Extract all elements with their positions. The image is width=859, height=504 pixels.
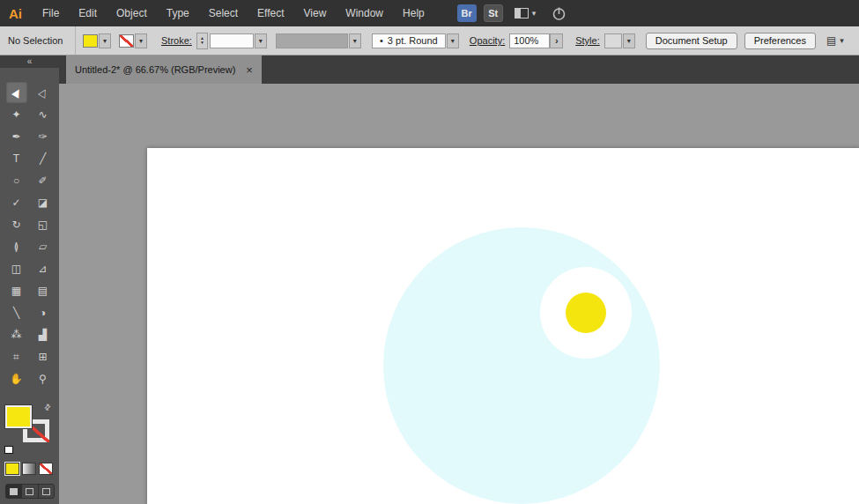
brush-dropdown-button[interactable]: ▾ [447, 33, 459, 48]
stock-icon[interactable]: St [484, 4, 503, 22]
chevron-down-icon: ▾ [139, 37, 143, 45]
document-tab-title: Untitled-2* @ 66.67% (RGB/Preview) [75, 64, 235, 75]
width-profile-control: ▾ [276, 33, 361, 48]
shape-builder-tool[interactable]: ◫ [6, 258, 27, 279]
chevron-right-icon: › [555, 35, 559, 46]
opacity-panel-link[interactable]: Opacity: [470, 35, 505, 46]
chevron-down-icon: ▾ [532, 10, 537, 18]
fill-color-swatch[interactable] [83, 34, 98, 48]
eraser-tool[interactable]: ◪ [33, 192, 54, 213]
magic-wand-tool[interactable]: ✦ [6, 104, 27, 125]
stroke-width-stepper[interactable]: ▲ ▼ [196, 33, 208, 49]
menu-edit[interactable]: Edit [69, 0, 107, 26]
paintbrush-tool-icon: ✐ [38, 174, 47, 187]
stepper-down-icon: ▼ [200, 41, 204, 45]
artboard-tool[interactable]: ⌗ [6, 346, 27, 367]
ellipse-tool-icon: ○ [13, 174, 19, 187]
symbol-sprayer-tool[interactable]: ⁂ [6, 324, 27, 345]
free-transform-tool[interactable]: ▱ [33, 236, 54, 257]
document-setup-button[interactable]: Document Setup [646, 33, 737, 49]
draw-normal-icon [10, 488, 18, 495]
graphic-style-swatch[interactable] [604, 33, 622, 48]
color-button[interactable] [5, 463, 19, 475]
direct-selection-tool[interactable]: ▷ [33, 82, 54, 103]
chevron-down-icon: ▾ [451, 37, 455, 45]
default-fill-stroke-icon[interactable] [4, 446, 13, 454]
slice-tool[interactable]: ⊞ [33, 346, 54, 367]
workspace-switcher[interactable]: ▾ [515, 8, 537, 19]
menu-file[interactable]: File [33, 0, 69, 26]
document-tab[interactable]: Untitled-2* @ 66.67% (RGB/Preview) × [66, 56, 262, 84]
stroke-color-swatch[interactable] [119, 34, 134, 48]
toolbar-collapse-button[interactable]: « [0, 56, 59, 68]
canvas-area[interactable] [59, 84, 859, 504]
artwork-large-circle[interactable] [383, 227, 660, 504]
blend-tool[interactable]: ◑ [33, 302, 54, 323]
ellipse-tool[interactable]: ○ [6, 170, 27, 191]
selection-status: No Selection [0, 26, 76, 55]
tool-palette: ▶ ▷ ✦ ∿ ✒ ✑ T ╱ ○ ✐ ✓ ◪ ↻ ◱ ≬ ▱ ◫ ⊿ ▦ ▤ … [0, 82, 59, 389]
type-tool[interactable]: T [6, 148, 27, 169]
shaper-tool-icon: ✓ [11, 196, 20, 209]
hand-tool[interactable]: ✋ [6, 368, 27, 389]
brush-preview-icon: • [380, 35, 383, 46]
brush-select[interactable]: • 3 pt. Round [372, 33, 446, 48]
column-graph-tool[interactable]: ▟ [33, 324, 54, 345]
gradient-button[interactable] [22, 463, 36, 475]
launcher-dial-icon[interactable] [552, 6, 566, 21]
stroke-width-input[interactable] [210, 33, 254, 48]
zoom-tool-icon: ⚲ [39, 373, 47, 385]
menu-select[interactable]: Select [199, 0, 248, 26]
menu-bar: Ai File Edit Object Type Select Effect V… [0, 0, 859, 26]
rotate-tool[interactable]: ↻ [6, 214, 27, 235]
brush-control: • 3 pt. Round ▾ [372, 33, 459, 48]
slice-tool-icon: ⊞ [38, 351, 47, 363]
close-icon[interactable]: × [246, 64, 253, 76]
menu-effect[interactable]: Effect [248, 0, 293, 26]
opacity-slider-button[interactable]: › [550, 33, 563, 48]
draw-behind-button[interactable] [22, 485, 38, 498]
swap-fill-stroke-icon[interactable]: ⇄ [42, 402, 53, 412]
menu-help[interactable]: Help [393, 0, 434, 26]
eyedropper-tool[interactable]: ╲ [6, 302, 27, 323]
perspective-grid-tool[interactable]: ⊿ [33, 258, 54, 279]
menu-type[interactable]: Type [157, 0, 199, 26]
draw-inside-button[interactable] [39, 485, 54, 498]
selection-tool[interactable]: ▶ [6, 82, 27, 103]
stroke-width-dropdown-button[interactable]: ▾ [255, 33, 267, 48]
draw-normal-button[interactable] [6, 485, 22, 498]
zoom-tool[interactable]: ⚲ [33, 368, 54, 389]
line-segment-tool[interactable]: ╱ [33, 148, 54, 169]
workspace-layout-icon [515, 8, 529, 19]
width-tool-icon: ≬ [14, 241, 19, 253]
style-panel-link[interactable]: Style: [575, 35, 600, 46]
rotate-tool-icon: ↻ [11, 219, 20, 231]
shaper-tool[interactable]: ✓ [6, 192, 27, 213]
selection-tool-icon: ▶ [9, 86, 24, 100]
stroke-panel-link[interactable]: Stroke: [161, 35, 192, 46]
scale-tool[interactable]: ◱ [33, 214, 54, 235]
opacity-input[interactable]: 100% [509, 33, 550, 48]
curvature-tool[interactable]: ✑ [33, 126, 54, 147]
menu-object[interactable]: Object [107, 0, 157, 26]
fill-proxy-swatch[interactable] [5, 405, 32, 428]
preferences-button[interactable]: Preferences [744, 33, 816, 49]
gradient-tool[interactable]: ▤ [33, 280, 54, 301]
color-mode-buttons [5, 463, 53, 475]
artwork-yellow-dot[interactable] [566, 293, 606, 333]
paintbrush-tool[interactable]: ✐ [33, 170, 54, 191]
stroke-dropdown-button[interactable]: ▾ [135, 33, 147, 48]
width-profile-select[interactable] [276, 33, 348, 48]
pen-tool[interactable]: ✒ [6, 126, 27, 147]
bridge-icon[interactable]: Br [457, 4, 477, 22]
style-dropdown-button[interactable]: ▾ [623, 33, 635, 48]
menu-view[interactable]: View [294, 0, 337, 26]
width-profile-dropdown-button[interactable]: ▾ [349, 33, 361, 48]
fill-dropdown-button[interactable]: ▾ [99, 33, 111, 48]
panel-options-control[interactable]: ▤ ▾ [826, 35, 844, 46]
none-button[interactable] [39, 463, 53, 475]
width-tool[interactable]: ≬ [6, 236, 27, 257]
menu-window[interactable]: Window [336, 0, 393, 26]
lasso-tool[interactable]: ∿ [33, 104, 54, 125]
mesh-tool[interactable]: ▦ [6, 280, 27, 301]
